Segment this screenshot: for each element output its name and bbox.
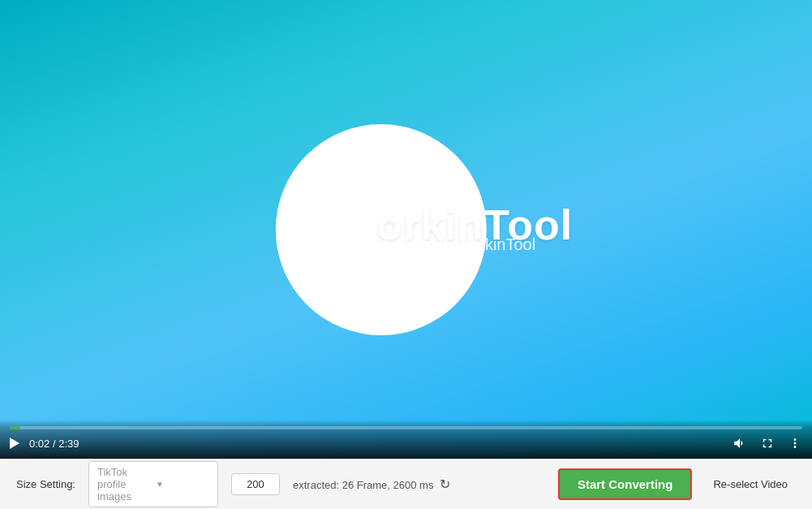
volume-icon <box>733 436 747 451</box>
play-button[interactable] <box>10 438 19 449</box>
progress-fill <box>10 426 20 429</box>
reselect-video-button[interactable]: Re-select Video <box>705 471 796 498</box>
progress-bar[interactable] <box>10 426 802 429</box>
bottom-toolbar: Size Setting: TikTok profile images ▼ 20… <box>0 459 812 509</box>
size-value-input[interactable]: 200 <box>231 473 280 495</box>
current-time: 0:02 <box>29 438 49 450</box>
video-player: orkinTool ne Wants WorkinTool 0:02 / 2:3… <box>0 0 812 459</box>
size-setting-label: Size Setting: <box>16 478 75 490</box>
more-icon <box>788 436 802 451</box>
video-controls-bar: 0:02 / 2:39 <box>0 420 812 459</box>
app-container: orkinTool ne Wants WorkinTool 0:02 / 2:3… <box>0 0 812 509</box>
start-converting-button[interactable]: Start Converting <box>558 468 693 500</box>
chevron-down-icon: ▼ <box>156 480 209 489</box>
controls-row: 0:02 / 2:39 <box>10 436 802 451</box>
fullscreen-icon <box>760 436 775 451</box>
controls-right <box>733 436 802 451</box>
time-display: 0:02 / 2:39 <box>29 438 79 450</box>
controls-left: 0:02 / 2:39 <box>10 438 79 450</box>
volume-button[interactable] <box>733 436 747 451</box>
more-button[interactable] <box>788 436 802 451</box>
brand-subtitle: ne Wants WorkinTool <box>383 235 535 253</box>
total-time: 2:39 <box>58 438 79 450</box>
size-dropdown-value: TikTok profile images <box>97 466 151 503</box>
extracted-info-text: extracted: 26 Frame, 2600 ms <box>293 479 433 491</box>
play-icon <box>10 438 19 449</box>
refresh-icon[interactable]: ↻ <box>440 477 450 491</box>
extracted-info: extracted: 26 Frame, 2600 ms ↻ <box>293 477 545 492</box>
fullscreen-button[interactable] <box>760 436 775 451</box>
size-dropdown[interactable]: TikTok profile images ▼ <box>88 461 218 507</box>
